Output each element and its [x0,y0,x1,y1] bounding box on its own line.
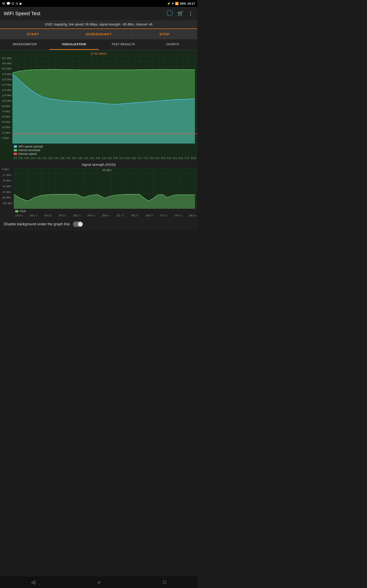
status-right-icons: ⚡ ▾ 📶 93% 10:17 [167,2,195,5]
action-buttons: START SCREENSHOT STOP [0,29,197,39]
signal-x-axis: 236.0 s 239.7 s 243.3 s 247.0 s 250.7 s … [0,214,197,218]
disable-background-toggle[interactable] [73,221,83,227]
signal-chart-wrapper: 0 dBm -17 dBm -33 dBm -50 dBm -67 dBm -8… [0,167,197,209]
speed-chart-wrapper: 221 Mbit 206 Mbit 191 Mbit 176 Mbit 162 … [0,56,197,144]
speed-y-axis: 221 Mbit 206 Mbit 191 Mbit 176 Mbit 162 … [0,56,12,144]
app-bar-icons: 🛒 ⋮ [167,10,194,17]
tab-speedometer[interactable]: SPEEDOMETER [0,39,49,50]
main-content: 22.60 Mbit/s 221 Mbit 206 Mbit 191 Mbit … [0,50,197,231]
rssi-legend-label: RSSI [20,210,26,213]
play-icon: ▶ [20,2,22,5]
speed-chart-container: 22.60 Mbit/s 221 Mbit 206 Mbit 191 Mbit … [0,50,197,160]
legend-internet-download: Internet download [14,149,195,152]
app-bar: WiFi Speed Test 🛒 ⋮ [0,7,197,20]
legend-upload-color [14,153,17,155]
legend-internet-upload: Internet upload [14,152,195,156]
legend-wifi-upload: WiFi speed (upload) [14,145,195,148]
time-display: 10:17 [187,2,195,5]
circle-icon: ⊙ [16,2,18,5]
signal-chart-area: -65 dBm [14,167,197,209]
tab-charts[interactable]: CHARTS [148,39,197,50]
tab-visualization[interactable]: VISUALIZATION [49,39,99,50]
screenshot-button[interactable]: SCREENSHOT [66,29,132,39]
wifi-icon: ▾ [172,2,174,5]
tab-test-results[interactable]: TEST RESULTS [99,39,148,50]
more-icon[interactable]: ⋮ [188,10,194,17]
speed-label: 22.60 Mbit/s [0,52,197,55]
chat-icon: 💬 [6,2,10,5]
speed-chart-area [12,56,197,144]
toggle-label: Disable background under the graph line [4,222,70,226]
status-bar: M 💬 G ⊙ ▶ ⚡ ▾ 📶 93% 10:17 [0,0,197,7]
rssi-legend-color [15,210,18,212]
refresh-icon[interactable] [167,10,173,17]
ssid-text: SSID: bagoly5g, link speed: 58 Mbps, sig… [45,23,152,26]
google-icon: G [12,2,14,5]
legend-download-label: Internet download [18,149,40,152]
legend-download-color [14,149,17,151]
signal-legend: RSSI [0,209,197,214]
signal-chart-title: Signal strength (RSSI) [0,160,197,167]
speed-chart-svg [12,56,197,144]
battery-text: 93% [180,2,186,5]
signal-chart-svg: -65 dBm [14,167,197,209]
tabs: SPEEDOMETER VISUALIZATION TEST RESULTS C… [0,39,197,50]
app-title: WiFi Speed Test [4,10,40,17]
speed-x-axis: 0.0 0.3s 0.6s 1.0s 1.3s 1.6s 2.0s 2.3s 2… [0,156,197,160]
signal-y-axis: 0 dBm -17 dBm -33 dBm -50 dBm -67 dBm -8… [0,167,14,209]
toggle-row: Disable background under the graph line [0,218,197,231]
bluetooth-icon: ⚡ [167,2,171,5]
speed-chart-legend: WiFi speed (upload) Internet download In… [0,144,197,156]
stop-button[interactable]: STOP [132,29,197,39]
start-button[interactable]: START [0,29,66,39]
signal-icon: 📶 [175,2,179,5]
signal-chart-section: Signal strength (RSSI) 0 dBm -17 dBm -33… [0,160,197,218]
ssid-info-bar: SSID: bagoly5g, link speed: 58 Mbps, sig… [0,20,197,29]
cart-icon[interactable]: 🛒 [177,10,184,17]
svg-text:-65 dBm: -65 dBm [102,168,111,172]
status-left-icons: M 💬 G ⊙ ▶ [2,2,22,5]
legend-wifi-color [14,145,17,148]
legend-wifi-label: WiFi speed (upload) [18,145,43,148]
legend-upload-label: Internet upload [18,152,37,156]
mail-icon: M [2,2,5,5]
